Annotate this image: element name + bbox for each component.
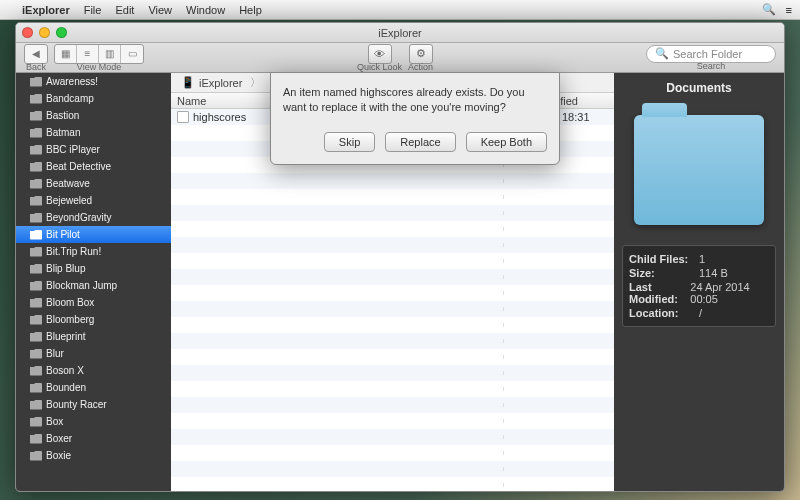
viewmode-label: View Mode (77, 62, 121, 72)
sidebar-item-boxer[interactable]: Boxer (16, 430, 171, 447)
search-label: Search (697, 61, 726, 71)
sidebar-item-batman[interactable]: Batman (16, 124, 171, 141)
view-icon-icon[interactable]: ▦ (55, 45, 77, 63)
back-button[interactable]: ◀ (24, 44, 48, 64)
sidebar-item-boson-x[interactable]: Boson X (16, 362, 171, 379)
eye-icon: 👁 (374, 48, 385, 60)
zoom-button[interactable] (56, 27, 67, 38)
table-row-empty (171, 413, 614, 429)
sidebar-item-bloomberg[interactable]: Bloomberg (16, 311, 171, 328)
action-button[interactable]: ⚙ (409, 44, 433, 64)
file-list[interactable]: highscores3/07/2014 18:31 (171, 109, 614, 491)
menu-file[interactable]: File (84, 4, 102, 16)
sidebar-item-bounty-racer[interactable]: Bounty Racer (16, 396, 171, 413)
sidebar[interactable]: Awareness!BandcampBastionBatmanBBC iPlay… (16, 73, 171, 491)
minimize-button[interactable] (39, 27, 50, 38)
toolbar: ◀ Back ▦ ≡ ▥ ▭ View Mode 👁 Quick Look ⚙ … (16, 43, 784, 73)
table-row-empty (171, 317, 614, 333)
view-list-icon[interactable]: ≡ (77, 45, 99, 63)
table-row-empty (171, 397, 614, 413)
sidebar-item-box[interactable]: Box (16, 413, 171, 430)
table-row-empty (171, 461, 614, 477)
sidebar-item-boxie[interactable]: Boxie (16, 447, 171, 464)
detail-val: / (699, 307, 702, 319)
table-row-empty (171, 365, 614, 381)
menu-edit[interactable]: Edit (115, 4, 134, 16)
menu-extras-icon[interactable]: ≡ (786, 4, 792, 16)
back-label: Back (26, 62, 46, 72)
search-icon: 🔍 (655, 47, 669, 60)
table-row-empty (171, 477, 614, 491)
info-pane: Documents Child Files:1 Size:114 B Last … (614, 73, 784, 491)
table-row-empty (171, 253, 614, 269)
keepboth-button[interactable]: Keep Both (466, 132, 547, 152)
sidebar-item-bandcamp[interactable]: Bandcamp (16, 90, 171, 107)
app-menu[interactable]: iExplorer (22, 4, 70, 16)
dialog-message: An item named highscores already exists.… (283, 85, 547, 116)
skip-button[interactable]: Skip (324, 132, 375, 152)
crumb-root[interactable]: 📱iExplorer (175, 74, 248, 91)
system-menubar: iExplorer File Edit View Window Help 🔍 ≡ (0, 0, 800, 20)
search-icon[interactable]: 🔍 (762, 3, 776, 16)
view-mode-segment[interactable]: ▦ ≡ ▥ ▭ (54, 44, 144, 64)
sidebar-item-beat-detective[interactable]: Beat Detective (16, 158, 171, 175)
window-titlebar[interactable]: iExplorer (16, 23, 784, 43)
view-cover-icon[interactable]: ▭ (121, 45, 143, 63)
table-row-empty (171, 189, 614, 205)
details-box: Child Files:1 Size:114 B Last Modified:2… (622, 245, 776, 327)
action-label: Action (408, 62, 433, 72)
detail-key: Location: (629, 307, 699, 319)
replace-dialog: An item named highscores already exists.… (270, 72, 560, 165)
sidebar-item-blockman-jump[interactable]: Blockman Jump (16, 277, 171, 294)
sidebar-item-bit-pilot[interactable]: Bit Pilot (16, 226, 171, 243)
table-row-empty (171, 445, 614, 461)
gear-icon: ⚙ (416, 47, 426, 60)
sidebar-item-bounden[interactable]: Bounden (16, 379, 171, 396)
sidebar-item-blur[interactable]: Blur (16, 345, 171, 362)
sidebar-item-blueprint[interactable]: Blueprint (16, 328, 171, 345)
close-button[interactable] (22, 27, 33, 38)
menu-window[interactable]: Window (186, 4, 225, 16)
detail-val: 1 (699, 253, 705, 265)
chevron-right-icon: 〉 (250, 75, 261, 90)
sidebar-item-bastion[interactable]: Bastion (16, 107, 171, 124)
detail-key: Size: (629, 267, 699, 279)
sidebar-item-awareness-[interactable]: Awareness! (16, 73, 171, 90)
table-row-empty (171, 285, 614, 301)
sidebar-item-bbc-iplayer[interactable]: BBC iPlayer (16, 141, 171, 158)
detail-key: Last Modified: (629, 281, 690, 305)
table-row-empty (171, 269, 614, 285)
table-row-empty (171, 221, 614, 237)
replace-button[interactable]: Replace (385, 132, 455, 152)
table-row-empty (171, 429, 614, 445)
menu-help[interactable]: Help (239, 4, 262, 16)
window-title: iExplorer (378, 27, 421, 39)
info-title: Documents (622, 81, 776, 95)
table-row-empty (171, 301, 614, 317)
sidebar-item-bejeweled[interactable]: Bejeweled (16, 192, 171, 209)
table-row-empty (171, 381, 614, 397)
sidebar-item-bloom-box[interactable]: Bloom Box (16, 294, 171, 311)
file-name: highscores (193, 111, 246, 123)
sidebar-item-bit-trip-run-[interactable]: Bit.Trip Run! (16, 243, 171, 260)
folder-icon (634, 115, 764, 225)
detail-key: Child Files: (629, 253, 699, 265)
sidebar-item-beyondgravity[interactable]: BeyondGravity (16, 209, 171, 226)
detail-val: 114 B (699, 267, 728, 279)
table-row-empty (171, 173, 614, 189)
device-icon: 📱 (181, 76, 195, 89)
quicklook-label: Quick Look (357, 62, 402, 72)
sidebar-item-beatwave[interactable]: Beatwave (16, 175, 171, 192)
quicklook-button[interactable]: 👁 (368, 44, 392, 64)
table-row-empty (171, 333, 614, 349)
table-row-empty (171, 349, 614, 365)
file-icon (177, 111, 189, 123)
table-row-empty (171, 237, 614, 253)
table-row-empty (171, 205, 614, 221)
detail-val: 24 Apr 2014 00:05 (690, 281, 769, 305)
sidebar-item-blip-blup[interactable]: Blip Blup (16, 260, 171, 277)
view-column-icon[interactable]: ▥ (99, 45, 121, 63)
menu-view[interactable]: View (148, 4, 172, 16)
search-placeholder: Search Folder (673, 48, 742, 60)
